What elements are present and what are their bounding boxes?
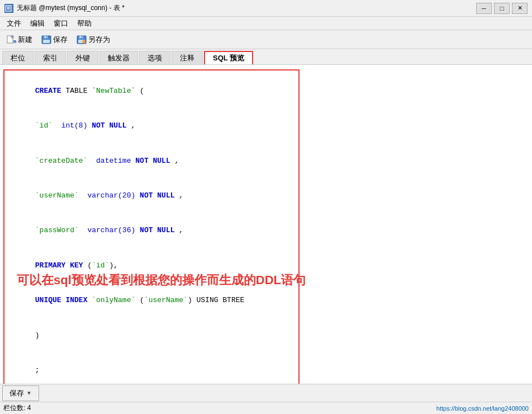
sql-line-3: `createDate` datetime NOT NULL , — [9, 144, 294, 178]
window-title: 无标题 @mytest (mysql_conn) - 表 * — [17, 3, 125, 13]
minimize-button[interactable]: ─ — [476, 3, 492, 14]
save-label: 保存 — [53, 35, 68, 45]
sql-line-2: `id` int(8) NOT NULL , — [9, 109, 294, 143]
save-icon — [41, 35, 51, 44]
kw-create: CREATE — [35, 87, 61, 95]
svg-rect-2 — [7, 8, 10, 10]
save-as-button[interactable]: + 另存为 — [73, 32, 114, 47]
main-content: CREATE TABLE `NewTable` ( `id` int(8) NO… — [0, 65, 532, 384]
annotation-text: 可以在sql预览处看到根据您的操作而生成的DDL语句 — [17, 272, 306, 289]
menu-file[interactable]: 文件 — [2, 17, 26, 30]
new-button[interactable]: + 新建 — [2, 32, 36, 47]
sql-line-5: `passWord` varchar(36) NOT NULL , — [9, 214, 294, 248]
menu-window[interactable]: 窗口 — [49, 17, 73, 30]
sql-line-9: ; — [9, 353, 294, 384]
bottom-toolbar: 保存 ▼ — [0, 384, 532, 402]
svg-rect-10 — [45, 36, 46, 38]
status-url: https://blog.csdn.net/lang2408000 — [436, 405, 529, 412]
tabs-row: 栏位 索引 外键 触发器 选项 注释 SQL 预览 — [0, 49, 532, 65]
close-button[interactable]: ✕ — [512, 3, 528, 14]
bottom-save-label: 保存 — [10, 388, 24, 398]
window-controls: ─ □ ✕ — [476, 3, 528, 14]
app-icon — [4, 4, 13, 13]
svg-rect-14 — [80, 36, 81, 38]
tab-index[interactable]: 索引 — [35, 51, 66, 64]
new-icon: + — [6, 35, 16, 44]
tab-trigger[interactable]: 触发器 — [99, 51, 138, 64]
new-label: 新建 — [18, 35, 32, 45]
save-as-label: 另存为 — [88, 35, 110, 45]
toolbar: + 新建 保存 + 另存为 — [0, 30, 532, 49]
tab-foreign-key[interactable]: 外键 — [67, 51, 98, 64]
svg-rect-1 — [7, 7, 10, 8]
maximize-button[interactable]: □ — [494, 3, 510, 14]
tab-sql-preview[interactable]: SQL 预览 — [204, 51, 253, 64]
sql-line-8: ) — [9, 318, 294, 353]
menu-bar: 文件 编辑 窗口 帮助 — [0, 17, 532, 30]
svg-text:+: + — [84, 40, 86, 43]
svg-text:+: + — [14, 40, 16, 44]
dropdown-arrow-icon: ▼ — [26, 390, 32, 396]
sql-line-4: `userName` varchar(20) NOT NULL , — [9, 178, 294, 213]
save-button[interactable]: 保存 — [37, 32, 72, 47]
svg-rect-9 — [43, 40, 50, 43]
save-as-icon: + — [77, 35, 87, 44]
title-bar: 无标题 @mytest (mysql_conn) - 表 * ─ □ ✕ — [0, 0, 532, 17]
title-bar-left: 无标题 @mytest (mysql_conn) - 表 * — [4, 3, 125, 13]
status-bar: 栏位数: 4 https://blog.csdn.net/lang2408000 — [0, 402, 532, 414]
bottom-save-button[interactable]: 保存 ▼ — [2, 385, 39, 401]
menu-edit[interactable]: 编辑 — [26, 17, 49, 30]
sql-line-1: CREATE TABLE `NewTable` ( — [9, 74, 294, 109]
tab-options[interactable]: 选项 — [139, 51, 170, 64]
menu-help[interactable]: 帮助 — [73, 17, 96, 30]
tab-columns[interactable]: 栏位 — [2, 51, 34, 64]
status-column-count: 栏位数: 4 — [3, 403, 31, 413]
tab-comment[interactable]: 注释 — [172, 51, 203, 64]
svg-rect-3 — [7, 36, 13, 43]
sql-preview-box[interactable]: CREATE TABLE `NewTable` ( `id` int(8) NO… — [3, 69, 300, 384]
